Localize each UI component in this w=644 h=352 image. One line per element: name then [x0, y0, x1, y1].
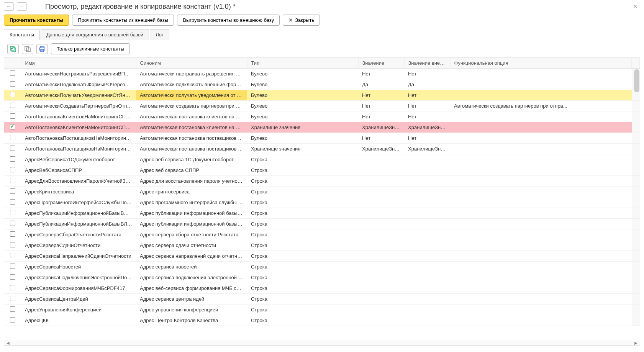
table-row[interactable]: АвтоПостановкаПоставщиковНаМониторингСПА…	[4, 133, 640, 144]
row-checkbox[interactable]	[10, 156, 15, 162]
nav-back-button[interactable]: ←	[4, 2, 14, 11]
close-icon[interactable]: ×	[631, 3, 640, 10]
cell-ext-value	[404, 240, 450, 251]
table-row[interactable]: АдресПубликацииИнформационнойБазыВИнтерн…	[4, 208, 640, 219]
cell-ext-value: Нет	[404, 133, 450, 144]
table-row[interactable]: АдресПрограммногоИнтерфейсаСлужбыПоддер.…	[4, 197, 640, 208]
table-row[interactable]: АдресСервераСдачиОтчетностиАдрес сервера…	[4, 240, 640, 251]
row-checkbox[interactable]	[10, 135, 15, 140]
table-row[interactable]: АдресСервисаФормированияМЧБсPDF417Адрес …	[4, 283, 640, 294]
export-external-button[interactable]: Выгрузить константы во внешнюю базу	[177, 15, 280, 26]
constants-table: Имя Синоним Тип Значение Значение внеш..…	[4, 58, 640, 326]
cell-type: Строка	[247, 283, 358, 294]
tabs: Константы Данные для соединения с внешне…	[0, 29, 644, 40]
hscroll-left-arrow-icon[interactable]: ◀	[5, 340, 11, 345]
tab-log[interactable]: Лог	[150, 29, 169, 40]
table-row[interactable]: АвтоматическиСоздаватьПартнеровПриОтправ…	[4, 101, 640, 111]
row-checkbox[interactable]	[10, 92, 15, 97]
cell-value	[358, 229, 404, 240]
row-checkbox[interactable]	[10, 285, 15, 290]
table-row[interactable]: АдресВебСервисаСППРАдрес веб сервиса СПП…	[4, 165, 640, 176]
row-checkbox[interactable]	[10, 124, 15, 129]
table-scroll-area[interactable]: Имя Синоним Тип Значение Значение внеш..…	[4, 57, 640, 340]
table-row[interactable]: АвтоматическиПодключатьФормыРОЧерезМеха.…	[4, 79, 640, 90]
col-header-ext-value[interactable]: Значение внеш...	[404, 58, 450, 69]
read-external-button[interactable]: Прочитать константы из внешней базы	[72, 15, 174, 26]
cell-func-opt	[450, 305, 632, 315]
row-checkbox[interactable]	[10, 231, 15, 237]
table-row[interactable]: АвтоПостановкаКлиентовНаМониторингСПАРКН…	[4, 122, 640, 133]
table-row[interactable]: АвтоматическиНастраиватьРазрешенияВПрофи…	[4, 69, 640, 79]
cell-func-opt	[450, 133, 632, 144]
col-header-synonym[interactable]: Синоним	[136, 58, 247, 69]
table-row[interactable]: АдресСервераСбораОтчетностиРосстатаАдрес…	[4, 229, 640, 240]
row-checkbox[interactable]	[10, 296, 15, 301]
table-row[interactable]: АвтоПостановкаКлиентовНаМониторингСПАРКА…	[4, 111, 640, 122]
nav-forward-button[interactable]: →	[17, 2, 27, 11]
print-icon[interactable]	[36, 44, 48, 54]
row-checkbox[interactable]	[10, 264, 15, 269]
cell-func-opt	[450, 219, 632, 229]
table-row[interactable]: АдресСервисаПодключенияЭлектроннойПодпис…	[4, 272, 640, 283]
close-button[interactable]: ✕ Закрыть	[283, 15, 320, 26]
cell-synonym: Адрес сервера сбора отчетности Росстата	[136, 229, 247, 240]
row-checkbox[interactable]	[10, 188, 15, 194]
tab-connection[interactable]: Данные для соединения с внешней базой	[41, 29, 149, 40]
table-row[interactable]: АдресВебСервиса1СДокументооборотАдрес ве…	[4, 154, 640, 165]
cell-ext-value	[404, 176, 450, 187]
check-all-icon[interactable]	[7, 44, 19, 54]
table-row[interactable]: АдресЦККАдрес Центра Контроля КачестваСт…	[4, 315, 640, 326]
vertical-scrollbar-thumb[interactable]	[634, 69, 639, 92]
hscroll-right-arrow-icon[interactable]: ▶	[633, 340, 639, 345]
col-header-name[interactable]: Имя	[21, 58, 136, 69]
table-row[interactable]: АдресСервисаЦентраИдейАдрес сервиса цент…	[4, 294, 640, 305]
cell-ext-value: ХранилищеЗна...	[404, 144, 450, 154]
cell-ext-value	[404, 272, 450, 283]
cell-type: Булево	[247, 69, 358, 79]
cell-value: Нет	[358, 90, 404, 101]
row-checkbox[interactable]	[10, 113, 15, 119]
cell-ext-value: Нет	[404, 101, 450, 111]
cell-name: АвтоматическиСоздаватьПартнеровПриОтправ…	[21, 101, 136, 111]
row-checkbox[interactable]	[10, 317, 15, 323]
cell-ext-value: ХранилищеЗна...	[404, 122, 450, 133]
only-different-button[interactable]: Только различные константы	[51, 43, 130, 54]
cell-name: АвтоПостановкаПоставщиковНаМониторингСПА…	[21, 144, 136, 154]
row-checkbox[interactable]	[10, 167, 15, 172]
row-checkbox[interactable]	[10, 274, 15, 280]
table-row[interactable]: АдресПубликацииИнформационнойБазыВЛокаль…	[4, 219, 640, 229]
row-checkbox[interactable]	[10, 306, 15, 312]
col-header-type[interactable]: Тип	[247, 58, 358, 69]
table-row[interactable]: АдресСервисаНаправленийСдачиОтчетностиАд…	[4, 251, 640, 262]
table-row[interactable]: АдресКриптосервисаАдрес криптосервисаСтр…	[4, 187, 640, 197]
horizontal-scrollbar[interactable]: ◀ ▶	[4, 340, 640, 345]
col-header-check[interactable]	[4, 58, 21, 69]
col-header-func-opt[interactable]: Функциональная опция	[450, 58, 632, 69]
cell-value: ХранилищеЗна...	[358, 122, 404, 133]
row-checkbox[interactable]	[10, 146, 15, 151]
row-checkbox[interactable]	[10, 221, 15, 226]
cell-name: АдресСервераСбораОтчетностиРосстата	[21, 229, 136, 240]
row-checkbox[interactable]	[10, 242, 15, 247]
cell-value	[358, 283, 404, 294]
table-row[interactable]: АдресДляВосстановленияПароляУчетнойЗапис…	[4, 176, 640, 187]
cell-value	[358, 251, 404, 262]
uncheck-all-icon[interactable]	[22, 44, 33, 54]
row-checkbox[interactable]	[10, 199, 15, 205]
cell-synonym: Автоматически создавать партнеров при от…	[136, 101, 247, 111]
row-checkbox[interactable]	[10, 103, 15, 108]
table-row[interactable]: АдресУправленияКонференциейАдрес управле…	[4, 305, 640, 315]
table-row[interactable]: АвтоПостановкаПоставщиковНаМониторингСПА…	[4, 144, 640, 154]
table-row[interactable]: АвтоматическиПолучатьУведомленияОтЯндекс…	[4, 90, 640, 101]
row-checkbox[interactable]	[10, 70, 15, 76]
row-checkbox[interactable]	[10, 210, 15, 215]
tab-constants[interactable]: Константы	[4, 29, 40, 40]
read-constants-button[interactable]: Прочитать константы	[4, 15, 69, 26]
row-checkbox[interactable]	[10, 178, 15, 183]
col-header-value[interactable]: Значение	[358, 58, 404, 69]
row-checkbox[interactable]	[10, 81, 15, 87]
table-row[interactable]: АдресСервисаНовостейАдрес сервиса новост…	[4, 262, 640, 272]
cell-ext-value	[404, 165, 450, 176]
cell-synonym: Адрес Центра Контроля Качества	[136, 315, 247, 326]
row-checkbox[interactable]	[10, 253, 15, 258]
